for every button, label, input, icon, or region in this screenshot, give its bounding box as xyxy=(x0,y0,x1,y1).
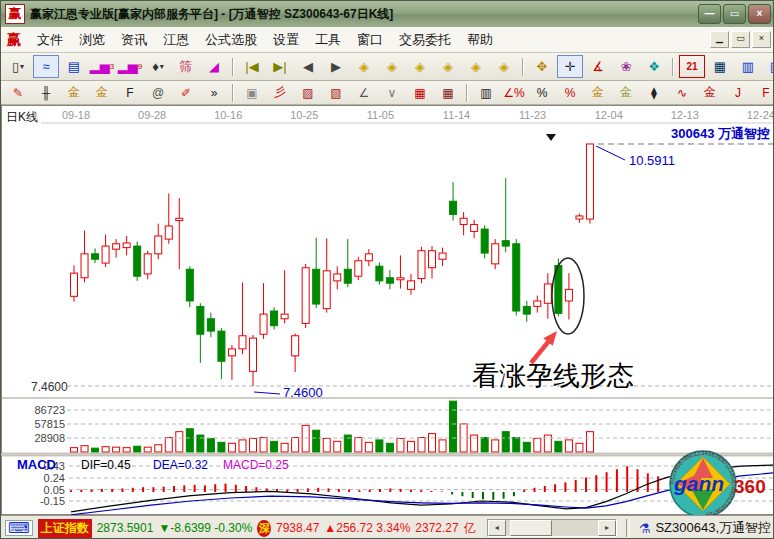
scroll-left-button[interactable]: ◂ xyxy=(488,520,506,536)
volume-bar xyxy=(439,440,446,452)
notebook-icon[interactable]: ▥ xyxy=(735,55,761,78)
trend-angle-icon[interactable]: ∠ xyxy=(351,83,377,103)
mind-map-icon[interactable]: ❖ xyxy=(641,55,667,78)
gold-ratio2-icon[interactable]: 金 xyxy=(89,83,115,103)
compress-all-diamond-icon[interactable]: ◈ xyxy=(491,55,517,78)
goto-first-icon[interactable]: |◀ xyxy=(239,55,265,78)
expand-h-diamond-icon[interactable]: ◈ xyxy=(407,55,433,78)
stock-code-label: 300643 万通智控 xyxy=(671,126,770,141)
sz-index-badge[interactable]: 深 xyxy=(257,520,271,537)
gann-grid-icon[interactable]: ▦ xyxy=(407,83,433,103)
spiral-icon[interactable]: @ xyxy=(145,83,171,103)
wave-trend-icon[interactable]: ≈ xyxy=(33,55,59,78)
wave-pattern-icon[interactable]: ∿ xyxy=(669,83,695,103)
mdi-close-button[interactable]: × xyxy=(752,31,771,48)
horizontal-scrollbar[interactable]: ◂ ▸ xyxy=(487,519,617,537)
save-icon[interactable]: ▣ xyxy=(763,55,774,78)
period-daily-icon[interactable]: ▯▾ xyxy=(5,55,31,78)
volume-dist-icon[interactable]: ▥ xyxy=(473,83,499,103)
volume-bar xyxy=(365,442,372,452)
menu-item-window[interactable]: 窗口 xyxy=(349,28,391,52)
calculator-icon[interactable]: ▦ xyxy=(707,55,733,78)
keyboard-icon[interactable]: ⌨ xyxy=(5,520,33,536)
pen-grid-icon[interactable]: ✐ xyxy=(173,83,199,103)
menu-item-settings[interactable]: 设置 xyxy=(265,28,307,52)
calendar-icon[interactable]: 21 xyxy=(679,55,705,78)
menu-item-tools[interactable]: 工具 xyxy=(307,28,349,52)
close-button[interactable]: × xyxy=(748,4,771,24)
angle-measure-icon[interactable]: ∡ xyxy=(585,55,611,78)
gann-band-icon[interactable]: ❀ xyxy=(613,55,639,78)
menu-bar: 赢 文件浏览资讯江恩公式选股设置工具窗口交易委托帮助 ▁▭× xyxy=(1,27,774,53)
step-back-icon[interactable]: ◀ xyxy=(295,55,321,78)
fib-grid-icon[interactable]: F xyxy=(117,83,143,103)
volume-axis-label: 57815 xyxy=(34,418,65,430)
f-angle-icon[interactable]: F xyxy=(753,83,774,103)
menu-item-news[interactable]: 资讯 xyxy=(113,28,155,52)
fan-box2-icon[interactable]: ▧ xyxy=(323,83,349,103)
memo-note-icon[interactable]: ▤ xyxy=(61,55,87,78)
brush-icon[interactable]: ✎ xyxy=(5,83,31,103)
candle-body xyxy=(460,218,467,224)
scroll-right-button[interactable]: ▸ xyxy=(598,520,616,536)
candle-body xyxy=(144,254,151,274)
zoom-right-diamond-icon[interactable]: ◈ xyxy=(379,55,405,78)
stock-filter-icon[interactable]: 筛 xyxy=(173,55,199,78)
step-forward-icon[interactable]: ▶ xyxy=(323,55,349,78)
candle-brush-icon[interactable]: ⧫ xyxy=(641,83,667,103)
volume-bar xyxy=(207,438,214,452)
gold-line-icon[interactable]: 金 xyxy=(613,83,639,103)
menu-item-browse[interactable]: 浏览 xyxy=(71,28,113,52)
goto-last-icon[interactable]: ▶| xyxy=(267,55,293,78)
zigzag-icon[interactable]: ∨ xyxy=(379,83,405,103)
percent-line-icon[interactable]: % xyxy=(557,83,583,103)
compress-h-diamond-icon[interactable]: ◈ xyxy=(435,55,461,78)
gann-box-icon[interactable]: ▣ xyxy=(239,83,265,103)
candle-body xyxy=(302,268,309,324)
minimize-button[interactable]: — xyxy=(698,4,721,24)
ma9-icon[interactable]: ▂▅9 xyxy=(117,55,143,78)
volume-bar xyxy=(71,448,78,452)
restore-button[interactable]: ▭ xyxy=(723,4,746,24)
scrollbar-thumb[interactable] xyxy=(510,520,552,536)
candle-style-icon[interactable]: ♦▾ xyxy=(145,55,171,78)
title-bar[interactable]: 赢 赢家江恩专业版[赢家内部服务平台] - [万通智控 SZ300643-67日… xyxy=(1,1,774,27)
gold-ratio-icon[interactable]: 金 xyxy=(61,83,87,103)
menu-item-help[interactable]: 帮助 xyxy=(459,28,501,52)
ma3-icon[interactable]: ▂▅3 xyxy=(89,55,115,78)
mdi-minimize-button[interactable]: ▁ xyxy=(710,31,729,48)
menu-item-formula-stock-pick[interactable]: 公式选股 xyxy=(197,28,265,52)
crosshair-icon[interactable]: ✛ xyxy=(557,55,583,78)
percent-icon[interactable]: % xyxy=(529,83,555,103)
candle-body xyxy=(292,336,299,356)
zoom-left-diamond-icon[interactable]: ◈ xyxy=(351,55,377,78)
percent-angle-icon[interactable]: ∠% xyxy=(501,83,527,103)
volume-bar xyxy=(397,438,404,452)
svg-text:11-23: 11-23 xyxy=(519,109,546,121)
hand-drag-icon[interactable]: ✥ xyxy=(529,55,555,78)
sz-amount: 2372.27 xyxy=(415,521,458,535)
kline-chart-canvas[interactable]: 09-1809-2810-1610-2511-0511-1411-2312-04… xyxy=(1,105,774,515)
gold-circle-icon[interactable]: 金 xyxy=(585,83,611,103)
fan-box-icon[interactable]: ▨ xyxy=(295,83,321,103)
profile-histogram-icon[interactable]: ◢ xyxy=(201,55,227,78)
svg-text:12-13: 12-13 xyxy=(671,109,699,121)
j-angle-icon[interactable]: J xyxy=(725,83,751,103)
menu-item-trade-entrust[interactable]: 交易委托 xyxy=(391,28,459,52)
gold-underline-icon[interactable]: 金 xyxy=(697,83,723,103)
expand-all-diamond-icon[interactable]: ◈ xyxy=(463,55,489,78)
gann-grid2-icon[interactable]: ▦ xyxy=(435,83,461,103)
volume-bar xyxy=(481,437,488,452)
mdi-restore-button[interactable]: ▭ xyxy=(731,31,750,48)
sh-index-badge[interactable]: 上证指数 xyxy=(38,519,92,538)
sz-amount-unit: 亿 xyxy=(464,520,476,537)
more-tools-icon[interactable]: » xyxy=(201,83,227,103)
app-window: 赢 赢家江恩专业版[赢家内部服务平台] - [万通智控 SZ300643-67日… xyxy=(0,0,774,539)
menu-item-file[interactable]: 文件 xyxy=(29,28,71,52)
candle-body xyxy=(481,229,488,253)
menu-item-gann[interactable]: 江恩 xyxy=(155,28,197,52)
speed-fan-icon[interactable]: 彡 xyxy=(267,83,293,103)
volume-bar xyxy=(534,438,541,452)
gann-scale-icon[interactable]: ╫ xyxy=(33,83,59,103)
chart-area: 09-1809-2810-1610-2511-0511-1411-2312-04… xyxy=(1,105,774,515)
